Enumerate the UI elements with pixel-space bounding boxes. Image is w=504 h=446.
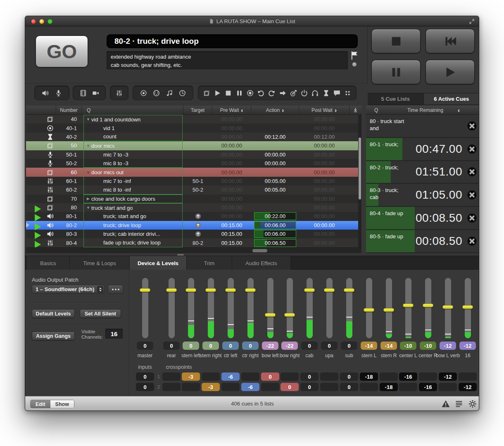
crosspoint-cell[interactable] [320, 372, 338, 381]
fader-thumb-ctr-right[interactable] [245, 288, 256, 292]
crosspoint-cell[interactable] [360, 383, 378, 391]
crosspoint-cell[interactable]: -18 [360, 372, 378, 381]
scrollbar-handle[interactable] [359, 138, 361, 199]
fader-track-16[interactable] [465, 278, 471, 338]
cue-target-cell[interactable]: 80-2 [183, 238, 212, 247]
active-cue-item[interactable]: 80 · truck start and [366, 115, 479, 137]
crosspoint-cell[interactable]: -3 [202, 383, 220, 391]
dart-icon[interactable] [288, 88, 298, 98]
flag-toggle[interactable] [352, 62, 357, 67]
disclosure-open-icon[interactable]: ▼ [85, 206, 91, 210]
hourglass-icon[interactable] [321, 88, 331, 98]
fader-track-ctr-left[interactable] [228, 278, 234, 338]
fader-track-cab[interactable] [307, 278, 313, 338]
cue-action-cell[interactable]: 00:12.00 [251, 133, 299, 141]
crosspoint-cell[interactable] [162, 383, 181, 391]
active-cue-item[interactable]: 80-2 · truck;01:51.00 [366, 161, 479, 183]
cue-action-cell[interactable]: 00:06.00 [251, 221, 299, 230]
fader-value-master[interactable]: 0 [137, 342, 153, 350]
cue-target-cell[interactable] [183, 212, 212, 221]
fader-thumb-16[interactable] [462, 305, 473, 309]
fader-thumb-stern-l[interactable] [364, 308, 374, 312]
fader-value-16[interactable]: -12 [459, 342, 476, 350]
disclosure-closed-icon[interactable]: ▶ [85, 197, 91, 201]
crosspoint-cell[interactable] [221, 383, 240, 391]
crosspoint-cell[interactable] [281, 372, 299, 381]
postwait-column-header[interactable]: Post Wait › [299, 106, 349, 114]
cue-action-cell[interactable] [251, 123, 299, 132]
stop-cue-icon[interactable] [467, 190, 477, 200]
crosspoint-cell[interactable] [380, 372, 398, 381]
fader-track-stern-right[interactable] [208, 278, 214, 338]
stop-cue-icon[interactable] [467, 167, 477, 177]
cue-postwait-cell[interactable]: 00:00.00 [299, 159, 349, 168]
fader-value-upa[interactable]: 0 [321, 342, 338, 350]
cue-target-cell[interactable] [183, 115, 212, 123]
cue-row-40[interactable]: 40▼vid 1 and countdown00:00.0000:00.00 [26, 115, 358, 123]
crosspoint-cell[interactable] [261, 383, 279, 391]
fader-track-center-l[interactable] [405, 278, 411, 338]
cue-target-cell[interactable] [183, 133, 212, 141]
fader-track-stern-left[interactable] [188, 278, 194, 338]
number-column-header[interactable]: Number [56, 106, 82, 114]
dots-icon[interactable] [343, 88, 353, 98]
cue-prewait-cell[interactable]: 00:00.00 [212, 203, 251, 212]
cue-name-cell[interactable]: truck; drive loop [82, 221, 183, 230]
cue-row-40-2[interactable]: 40-2count00:00.0000:12.0000:12.00 [26, 133, 358, 141]
arrow-right-icon[interactable] [278, 88, 288, 98]
tab-basics[interactable]: Basics [27, 256, 70, 270]
clock-icon[interactable] [178, 88, 188, 98]
midi-icon[interactable] [152, 88, 162, 98]
tab-5-cue-lists[interactable]: 5 Cue Lists [368, 93, 424, 104]
stop-icon[interactable] [223, 88, 233, 98]
fader-value-sub[interactable]: 0 [341, 342, 357, 350]
cue-postwait-cell[interactable]: 00:00.00 [299, 212, 349, 221]
flag-icon[interactable] [350, 51, 359, 60]
cue-action-cell[interactable] [251, 115, 299, 123]
cue-prewait-cell[interactable]: 00:00.00 [212, 159, 251, 168]
cue-name-cell[interactable]: mic 7 to -inf [82, 177, 183, 185]
cue-prewait-cell[interactable]: 00:00.00 [212, 177, 251, 185]
go-button[interactable]: GO [36, 36, 88, 67]
fader-value-stern-l[interactable]: -14 [361, 342, 377, 350]
cue-postwait-cell[interactable]: 00:00.00 [299, 238, 349, 247]
cue-prewait-cell[interactable]: 00:00.00 [212, 133, 251, 141]
active-q-header[interactable]: Q [374, 107, 378, 113]
crosspoint-cell[interactable] [241, 372, 259, 381]
cue-postwait-cell[interactable]: 00:00.00 [299, 141, 349, 150]
cue-row-60[interactable]: 60▼door mics out00:00.0000:00.00 [26, 168, 358, 176]
crosspoint-cell[interactable]: -16 [399, 372, 417, 381]
fader-value-stern-r[interactable]: -14 [380, 342, 397, 350]
power-icon[interactable] [300, 88, 309, 98]
crosspoint-cell[interactable] [399, 383, 417, 391]
cue-name-cell[interactable]: mic 7 to -3 [82, 150, 183, 159]
cue-target-cell[interactable] [183, 168, 212, 176]
cue-row-80-3[interactable]: 80-3truck; cab interior drivi...00:15.00… [26, 230, 358, 238]
cue-target-cell[interactable] [183, 195, 212, 203]
crosspoint-cell[interactable] [202, 372, 220, 381]
splitter-handle[interactable] [177, 254, 184, 256]
cue-name-cell[interactable]: ▶close and lock cargo doors [82, 195, 183, 203]
fader-track-bow-l-verb[interactable] [445, 278, 451, 338]
play-button[interactable] [426, 60, 475, 84]
crosspoint-cell[interactable]: -16 [419, 383, 437, 391]
cue-target-cell[interactable] [183, 123, 212, 132]
cue-action-cell[interactable]: 00:05.00 [251, 177, 299, 185]
film-icon[interactable] [78, 88, 88, 98]
cue-prewait-cell[interactable]: 00:00.00 [212, 212, 251, 221]
fader-value-cab[interactable]: 0 [301, 342, 318, 350]
fader-thumb-stern-r[interactable] [383, 308, 394, 312]
cue-notes-field[interactable]: extended highway road ambiance cab sound… [107, 51, 348, 69]
cue-target-cell[interactable]: 50-1 [183, 177, 212, 185]
crosspoint-cell[interactable] [419, 372, 437, 381]
fader-track-stern-l[interactable] [366, 278, 372, 338]
fader-value-stern-right[interactable]: 0 [202, 342, 219, 350]
load-column-header[interactable] [349, 106, 361, 114]
cue-action-cell[interactable]: 00:06.50 [251, 238, 299, 247]
headphones-icon[interactable] [310, 88, 320, 98]
fader-thumb-sub[interactable] [344, 288, 354, 292]
crosspoint-cell[interactable]: 0 [340, 372, 358, 381]
fader-thumb-bow-right[interactable] [284, 313, 295, 317]
cue-postwait-cell[interactable]: 00:00.00 [299, 230, 349, 238]
cue-action-cell[interactable] [251, 203, 299, 212]
